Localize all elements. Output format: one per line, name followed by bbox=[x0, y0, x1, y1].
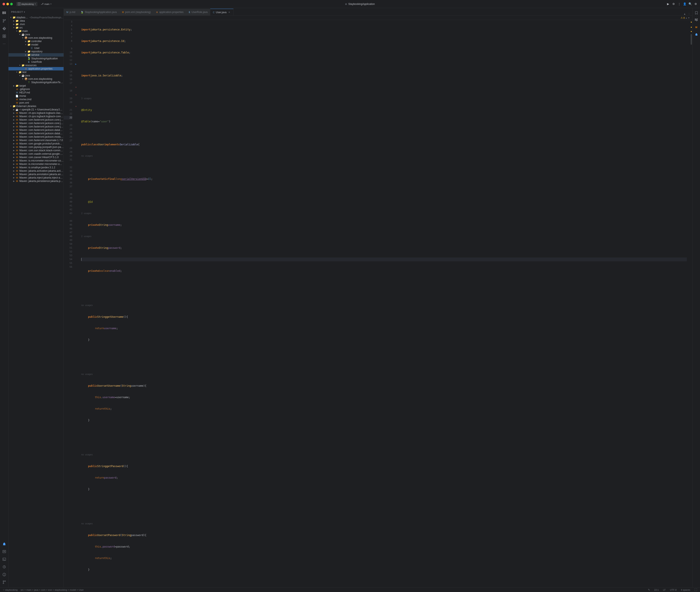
git-toolbar-icon[interactable] bbox=[1, 579, 8, 586]
tree-maven-hikari[interactable]: ▶ M Maven: com.zaxxer:HikariCP:5.1.0 bbox=[8, 156, 64, 159]
tree-mvnw[interactable]: 📄 mvnw bbox=[8, 94, 64, 98]
tree-src[interactable]: ▼ 📁 src bbox=[8, 26, 64, 30]
code-content[interactable]: import jakarta.persistence.Entity; impor… bbox=[78, 20, 690, 587]
statusbar-encoding[interactable]: UTF-8 bbox=[669, 588, 678, 592]
search-icon[interactable]: 🔍 bbox=[689, 2, 692, 6]
project-selector[interactable]: 🅂 staybooking ▾ bbox=[16, 2, 38, 6]
tab-staybooking-app[interactable]: 🍃 StaybookingApplication.java bbox=[78, 9, 119, 15]
settings-icon[interactable]: ⚙ bbox=[694, 2, 697, 6]
tree-maven-istack[interactable]: ▶ M Maven: com.sun.istack:istack-commons… bbox=[8, 149, 64, 152]
maven-panel-icon[interactable]: M bbox=[693, 24, 699, 30]
warnings-indicator[interactable]: ⚠ 8 ▲ ▼ bbox=[681, 16, 690, 19]
tree-package[interactable]: ▼ 📦 com.eve.staybooking bbox=[8, 36, 64, 40]
tree-maven-classmate[interactable]: ▶ M Maven: com.fasterxml:classmate:1.7.0 bbox=[8, 139, 64, 142]
statusbar-branch[interactable]: ⑂ staybooking bbox=[2, 588, 19, 592]
tree-resources[interactable]: ▼ 📁 resources bbox=[8, 64, 64, 67]
debug-button[interactable]: ⚙ bbox=[672, 2, 675, 6]
tree-maven-jackson6[interactable]: ▶ M Maven: com.fasterxml.jackson.module:… bbox=[8, 135, 64, 139]
tree-java-main[interactable]: ▼ ☕ java bbox=[8, 33, 64, 36]
tab-pmd[interactable]: M p.md bbox=[64, 9, 78, 15]
problems-icon[interactable] bbox=[1, 571, 8, 578]
tab-pom-xml[interactable]: M pom.xml (staybooking) bbox=[119, 9, 154, 15]
sidebar-content[interactable]: ▼ 📁 staybooking ~/Desktop/Projects/StayB… bbox=[8, 16, 64, 587]
code-editor-scroll[interactable]: 3 4 5 6 7 8 9 10 11 12 13 14 15 16 17 bbox=[64, 20, 692, 587]
run-button[interactable]: ▶ bbox=[666, 2, 670, 6]
more-button[interactable]: ⋮ bbox=[678, 2, 681, 6]
tree-maven-micrometer2[interactable]: ▶ M Maven: io.micrometer:micrometer-obse… bbox=[8, 162, 64, 166]
tree-maven-jackson5[interactable]: ▶ M Maven: com.fasterxml.jackson.datatyp… bbox=[8, 132, 64, 135]
svg-rect-25 bbox=[696, 19, 698, 19]
tree-maven-inject[interactable]: ▶ M Maven: jakarta.inject:jakarta.inject… bbox=[8, 176, 64, 180]
tree-maven-logback1[interactable]: ▶ M Maven: ch.qos.logback:logback-classi… bbox=[8, 111, 64, 115]
statusbar-indent[interactable]: 4 spaces bbox=[680, 588, 692, 592]
tree-userrole[interactable]: E UserRole bbox=[8, 60, 64, 64]
tree-maven-jackson2[interactable]: ▶ M Maven: com.fasterxml.jackson.core:ja… bbox=[8, 121, 64, 125]
tree-maven-protobuf[interactable]: ▶ M Maven: com.google.protobuf:protobuf-… bbox=[8, 142, 64, 145]
git-log-icon[interactable] bbox=[1, 548, 8, 555]
tree-target[interactable]: ▶ 📁 target bbox=[8, 84, 64, 88]
tabs-more-icon[interactable]: ⋮ bbox=[687, 12, 691, 15]
tree-java-test[interactable]: ▼ ☕ java bbox=[8, 74, 64, 77]
terminal-icon[interactable] bbox=[1, 556, 8, 562]
sidebar-dropdown-icon[interactable]: ▾ bbox=[24, 11, 25, 13]
editor-right-scrollbar[interactable] bbox=[690, 20, 692, 587]
tab-app-props[interactable]: ⚙ application.properties bbox=[154, 9, 186, 15]
tree-maven-annotation[interactable]: ▶ M Maven: jakarta.annotation:jakarta.an… bbox=[8, 172, 64, 176]
tab-user-java[interactable]: C User.java ✕ bbox=[210, 9, 233, 15]
notifications-icon[interactable] bbox=[1, 541, 8, 547]
tree-controller[interactable]: ▶ 📁 controller bbox=[8, 40, 64, 43]
tree-app-properties[interactable]: ⚙ application.properties bbox=[8, 67, 64, 70]
tree-root[interactable]: ▼ 📁 staybooking ~/Desktop/Projects/StayB… bbox=[8, 16, 64, 19]
maven-icon-1: M bbox=[15, 112, 19, 114]
tree-maven-activation[interactable]: ▶ M Maven: jakarta.activation:jakarta.ac… bbox=[8, 169, 64, 172]
tree-pom[interactable]: M pom.xml bbox=[8, 101, 64, 104]
plugins-icon[interactable] bbox=[1, 33, 8, 40]
tree-maven-logback2[interactable]: ▶ M Maven: ch.qos.logback:logback-core:1… bbox=[8, 115, 64, 118]
more-tools-icon[interactable]: ··· bbox=[1, 40, 8, 47]
statusbar-expand-icon[interactable]: ⛶ bbox=[693, 588, 698, 592]
tab-close-user[interactable]: ✕ bbox=[228, 11, 231, 14]
minimize-button[interactable] bbox=[6, 3, 9, 5]
tree-maven-micrometer1[interactable]: ▶ M Maven: io.micrometer:micrometer-comm… bbox=[8, 159, 64, 162]
bookmarks-icon[interactable] bbox=[693, 10, 699, 16]
tab-userrole[interactable]: E UserRole.java bbox=[186, 9, 210, 15]
notifications-right-icon[interactable] bbox=[693, 32, 699, 38]
tree-user-class[interactable]: C User bbox=[8, 46, 64, 50]
git-icon[interactable] bbox=[1, 25, 8, 32]
tree-gitignore[interactable]: ⊘ .gitignore bbox=[8, 88, 64, 91]
statusbar-position[interactable]: 22:1 bbox=[653, 588, 660, 592]
branch-selector[interactable]: ⎇ main ▾ bbox=[39, 2, 53, 6]
tree-staybooking-app[interactable]: 🍃 StaybookingApplication bbox=[8, 57, 64, 60]
tree-idea[interactable]: ▶ 📁 .idea bbox=[8, 19, 64, 22]
tree-main[interactable]: ▼ 📁 main bbox=[8, 30, 64, 33]
tree-maven-jandex[interactable]: ▶ M Maven: io.smallrye:jandex:3.1.2 bbox=[8, 166, 64, 169]
tree-maven-jackson4[interactable]: ▶ M Maven: com.fasterxml.jackson.datatyp… bbox=[8, 128, 64, 132]
tree-maven-persistence[interactable]: ▶ M Maven: jakarta.persistence:jakarta.p… bbox=[8, 180, 64, 183]
tabs-chevron-up[interactable]: ▲ bbox=[683, 12, 686, 15]
close-button[interactable] bbox=[3, 3, 5, 5]
tree-test-package[interactable]: ▼ 📦 com.eve.staybooking bbox=[8, 77, 64, 81]
tree-test[interactable]: ▼ 📁 test bbox=[8, 70, 64, 74]
tree-app-tests[interactable]: T StaybookingApplicationTests bbox=[8, 81, 64, 84]
tree-service[interactable]: ▶ 📁 service bbox=[8, 53, 64, 57]
tree-maven-jsonpath[interactable]: ▶ M Maven: com.jayway.jsonpath:json-path… bbox=[8, 145, 64, 149]
tree-help-md[interactable]: M HELP.md bbox=[8, 91, 64, 94]
tree-maven-jackson1[interactable]: ▶ M Maven: com.fasterxml.jackson.core:ja… bbox=[8, 118, 64, 121]
tree-maven-jackson3[interactable]: ▶ M Maven: com.fasterxml.jackson.core:ja… bbox=[8, 125, 64, 128]
statusbar-edit-icon[interactable]: ✎ bbox=[647, 588, 651, 592]
account-icon[interactable]: 👤 bbox=[683, 2, 686, 6]
vcs-icon[interactable] bbox=[1, 17, 8, 24]
scroll-thumb[interactable] bbox=[691, 34, 692, 45]
tree-repository[interactable]: ▶ 📁 repository bbox=[8, 50, 64, 53]
project-tree-icon[interactable] bbox=[1, 10, 8, 16]
structure-icon[interactable] bbox=[693, 17, 699, 23]
maximize-button[interactable] bbox=[10, 3, 13, 5]
tree-mvnw-cmd[interactable]: ⚙ mvnw.cmd bbox=[8, 98, 64, 101]
tree-external-libs[interactable]: ▼ 📁 External Libraries bbox=[8, 104, 64, 108]
tree-openjdk[interactable]: ▶ ☕ < openjdk-21 > /Users/eve/Library/Ja… bbox=[8, 108, 64, 111]
tree-model[interactable]: ▼ 📁 model bbox=[8, 43, 64, 46]
statusbar-line-ending[interactable]: LF bbox=[662, 588, 667, 592]
tree-mvn[interactable]: ▶ 📁 .mvn bbox=[8, 22, 64, 26]
history-icon[interactable] bbox=[1, 563, 8, 570]
tree-maven-android[interactable]: ▶ M Maven: com.vaadin.external.google:an… bbox=[8, 152, 64, 156]
